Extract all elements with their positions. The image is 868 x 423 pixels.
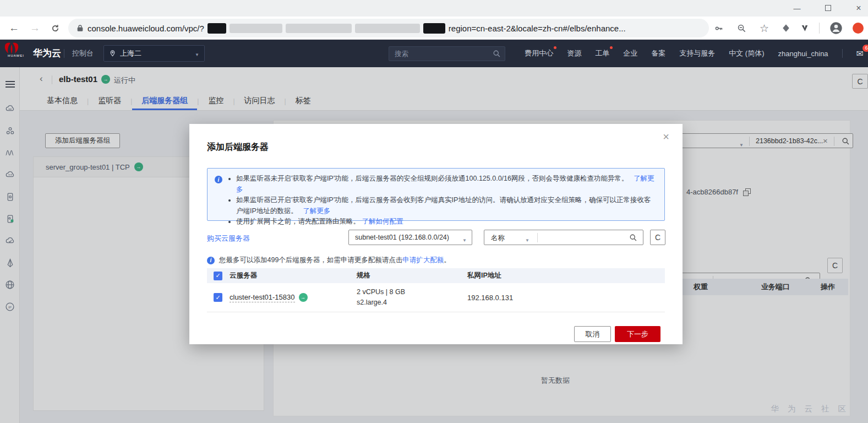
quota-text: 您最多可以添加499个后端服务器，如需申请更多配额请点击申请扩大配额。 xyxy=(219,256,451,265)
watermark: 华 为 云 社 区 xyxy=(771,404,849,414)
select-all-checkbox[interactable] xyxy=(214,272,222,280)
nav-item-enterprise[interactable]: 企业 xyxy=(623,48,637,58)
window-titlebar xyxy=(0,0,868,17)
notice-item: 如果监听器未开启'获取客户端IP'功能，后端云服务器的安全组规则必须放通100.… xyxy=(236,173,657,195)
location-pin-icon xyxy=(109,50,116,57)
search-icon[interactable] xyxy=(493,50,501,58)
mail-badge: 6 xyxy=(862,45,868,52)
brand-title[interactable]: 华为云 xyxy=(33,40,61,67)
extension-icon[interactable] xyxy=(782,24,790,32)
buy-ecs-link[interactable]: 购买云服务器 xyxy=(207,234,250,243)
huawei-topnav: HUAWEI 华为云 控制台 上海二 费用中心 资源 工单 企业 备案 支持与服… xyxy=(0,40,868,67)
region-selector[interactable]: 上海二 xyxy=(103,45,205,62)
notice-text: 如果监听器已开启'获取客户端IP'功能，后端云服务器会收到客户端真实IP地址的访… xyxy=(236,196,651,215)
server-table: 云服务器 规格 私网IP地址 cluster-test01-15830 2 vC… xyxy=(207,268,665,312)
nav-item-label: 资源 xyxy=(567,49,581,57)
name-filter-input[interactable] xyxy=(539,231,622,244)
server-name-link[interactable]: cluster-test01-15830 xyxy=(230,293,295,302)
toolbar-separator xyxy=(819,23,820,34)
browser-back-button[interactable]: ← xyxy=(9,17,19,40)
learn-more-link[interactable]: 了解更多 xyxy=(303,207,330,215)
browser-forward-button[interactable]: → xyxy=(30,17,40,40)
how-to-configure-link[interactable]: 了解如何配置 xyxy=(362,218,403,225)
server-table-header: 云服务器 规格 私网IP地址 xyxy=(207,268,665,283)
notice-item: 如果监听器已开启'获取客户端IP'功能，后端云服务器会收到客户端真实IP地址的访… xyxy=(236,195,657,216)
modal-title: 添加后端服务器 xyxy=(207,142,269,153)
zoom-icon[interactable] xyxy=(737,24,746,33)
cancel-button[interactable]: 取消 xyxy=(574,326,611,342)
notification-dot xyxy=(554,46,556,49)
url-redaction-block xyxy=(423,23,445,34)
modal-refresh-button[interactable]: C xyxy=(650,230,665,245)
window-close-button[interactable] xyxy=(855,3,862,13)
browser-reload-button[interactable] xyxy=(51,17,60,40)
topnav-search[interactable] xyxy=(389,46,505,61)
extension-badge-icon[interactable] xyxy=(853,23,864,34)
nav-item-label: 中文 (简体) xyxy=(729,49,764,57)
next-step-button[interactable]: 下一步 xyxy=(615,326,660,342)
nav-item-label: 备案 xyxy=(651,49,665,57)
server-spec-line1: 2 vCPUs | 8 GB xyxy=(357,287,467,297)
server-spec-line2: s2.large.4 xyxy=(357,297,467,308)
combo-divider xyxy=(537,233,538,242)
status-running-icon xyxy=(299,293,308,302)
chevron-down-icon xyxy=(195,50,199,58)
topnav-search-input[interactable] xyxy=(389,47,505,61)
nav-item-billing[interactable]: 费用中心 xyxy=(525,48,553,58)
url-redaction-block xyxy=(230,24,282,33)
nav-item-resources[interactable]: 资源 xyxy=(567,48,581,58)
window-maximize-button[interactable] xyxy=(824,4,832,13)
address-bar[interactable]: console.huaweicloud.com/vpc/? region=cn-… xyxy=(68,19,709,37)
huawei-logo[interactable]: HUAWEI xyxy=(3,42,29,57)
huawei-flower-icon xyxy=(3,42,20,55)
server-table-row[interactable]: cluster-test01-15830 2 vCPUs | 8 GB s2.l… xyxy=(207,283,665,312)
nav-divider xyxy=(64,49,64,58)
url-redaction-block xyxy=(208,23,226,34)
nav-divider xyxy=(842,49,843,58)
region-name: 上海二 xyxy=(120,48,141,58)
lock-icon xyxy=(76,24,84,32)
nav-item-support[interactable]: 支持与服务 xyxy=(679,48,715,58)
add-backend-server-modal: 添加后端服务器 如果监听器未开启'获取客户端IP'功能，后端云服务器的安全组规则… xyxy=(189,124,683,344)
info-icon xyxy=(207,257,215,264)
nav-item-label: 企业 xyxy=(623,49,637,57)
window-controls xyxy=(793,0,862,17)
notice-box: 如果监听器未开启'获取客户端IP'功能，后端云服务器的安全组规则必须放通100.… xyxy=(207,168,665,221)
search-icon[interactable] xyxy=(629,234,637,242)
nav-item-language[interactable]: 中文 (简体) xyxy=(729,48,764,58)
profile-avatar-icon[interactable] xyxy=(829,21,843,35)
extension-icon[interactable] xyxy=(800,24,809,32)
console-link[interactable]: 控制台 xyxy=(72,40,94,67)
url-suffix: region=cn-east-2&locale=zh-cn#/elbs/enha… xyxy=(449,24,626,33)
browser-toolbar: ← → console.huaweicloud.com/vpc/? region… xyxy=(0,17,868,40)
column-spec: 规格 xyxy=(357,270,467,281)
info-icon xyxy=(215,176,222,183)
bookmark-star-icon[interactable]: ☆ xyxy=(760,22,769,35)
nav-item-label: 工单 xyxy=(595,49,609,57)
nav-item-label: 支持与服务 xyxy=(679,49,715,57)
notice-text: 如果监听器未开启'获取客户端IP'功能，后端云服务器的安全组规则必须放通100.… xyxy=(236,175,629,182)
row-checkbox[interactable] xyxy=(214,293,222,302)
notification-dot xyxy=(610,46,613,49)
nav-item-label: zhanghui_china xyxy=(778,50,828,58)
chevron-down-icon[interactable] xyxy=(525,236,529,243)
subnet-select[interactable]: subnet-test01 (192.168.0.0/24) xyxy=(348,230,472,245)
notice-text: 使用扩展网卡之前，请先配置路由策略。 xyxy=(236,218,360,225)
huawei-logo-text: HUAWEI xyxy=(3,54,29,57)
subnet-select-value: subnet-test01 (192.168.0.0/24) xyxy=(355,234,449,241)
window-minimize-button[interactable] xyxy=(793,4,801,13)
name-filter-combo[interactable]: 名称 xyxy=(484,230,643,245)
quota-text-after: 。 xyxy=(444,256,451,264)
nav-item-tickets[interactable]: 工单 xyxy=(595,48,609,58)
filter-select-value: 名称 xyxy=(491,234,505,243)
nav-item-account[interactable]: zhanghui_china xyxy=(778,50,828,58)
url-redaction-block xyxy=(355,24,420,33)
nav-item-icp[interactable]: 备案 xyxy=(651,48,665,58)
quota-line: 您最多可以添加499个后端服务器，如需申请更多配额请点击申请扩大配额。 xyxy=(207,256,451,265)
key-icon[interactable] xyxy=(714,24,724,33)
notice-item: 使用扩展网卡之前，请先配置路由策略。 了解如何配置 xyxy=(236,216,657,227)
reload-icon xyxy=(51,24,60,33)
modal-close-icon[interactable] xyxy=(663,131,669,143)
mail-icon[interactable]: 6 xyxy=(856,48,864,59)
increase-quota-link[interactable]: 申请扩大配额 xyxy=(402,256,444,264)
